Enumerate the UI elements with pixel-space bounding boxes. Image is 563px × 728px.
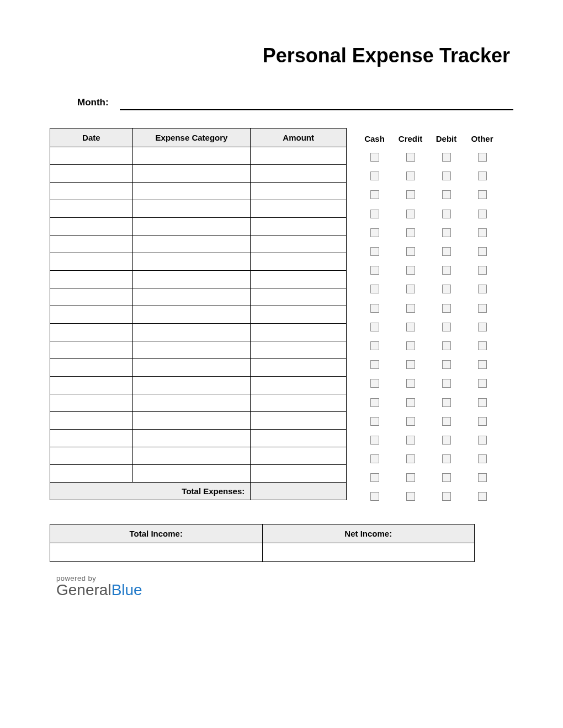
cell-category[interactable] bbox=[132, 306, 251, 324]
date-input[interactable] bbox=[54, 166, 129, 181]
checkbox-debit[interactable] bbox=[442, 360, 451, 369]
cell-amount[interactable] bbox=[251, 218, 347, 235]
cell-category[interactable] bbox=[132, 253, 251, 271]
checkbox-other[interactable] bbox=[478, 323, 487, 331]
checkbox-debit[interactable] bbox=[442, 285, 451, 293]
date-input[interactable] bbox=[54, 466, 129, 481]
amount-input[interactable] bbox=[254, 466, 343, 481]
date-input[interactable] bbox=[54, 184, 129, 199]
category-input[interactable] bbox=[136, 254, 247, 270]
category-input[interactable] bbox=[136, 237, 247, 252]
checkbox-cash[interactable] bbox=[370, 228, 379, 237]
amount-input[interactable] bbox=[254, 272, 343, 287]
category-input[interactable] bbox=[136, 360, 247, 376]
cell-date[interactable] bbox=[50, 147, 133, 165]
date-input[interactable] bbox=[54, 413, 129, 429]
cell-category[interactable] bbox=[132, 377, 251, 394]
category-input[interactable] bbox=[136, 342, 247, 358]
checkbox-other[interactable] bbox=[478, 228, 487, 237]
cell-category[interactable] bbox=[132, 183, 251, 200]
cell-date[interactable] bbox=[50, 324, 133, 341]
cell-category[interactable] bbox=[132, 412, 251, 430]
total-expenses-value[interactable] bbox=[251, 483, 347, 500]
cell-amount[interactable] bbox=[251, 377, 347, 394]
checkbox-other[interactable] bbox=[478, 492, 487, 501]
amount-input[interactable] bbox=[254, 148, 343, 164]
date-input[interactable] bbox=[54, 201, 129, 217]
checkbox-other[interactable] bbox=[478, 341, 487, 350]
category-input[interactable] bbox=[136, 325, 247, 340]
checkbox-credit[interactable] bbox=[406, 285, 415, 293]
cell-category[interactable] bbox=[132, 447, 251, 465]
net-income-cell[interactable] bbox=[262, 543, 475, 561]
cell-date[interactable] bbox=[50, 165, 133, 183]
checkbox-credit[interactable] bbox=[406, 323, 415, 331]
checkbox-credit[interactable] bbox=[406, 341, 415, 350]
date-input[interactable] bbox=[54, 325, 129, 340]
checkbox-debit[interactable] bbox=[442, 247, 451, 256]
net-income-input[interactable] bbox=[266, 544, 471, 560]
cell-amount[interactable] bbox=[251, 165, 347, 183]
checkbox-credit[interactable] bbox=[406, 379, 415, 388]
cell-category[interactable] bbox=[132, 394, 251, 412]
date-input[interactable] bbox=[54, 431, 129, 446]
checkbox-other[interactable] bbox=[478, 247, 487, 256]
date-input[interactable] bbox=[54, 148, 129, 164]
cell-date[interactable] bbox=[50, 359, 133, 377]
amount-input[interactable] bbox=[254, 237, 343, 252]
category-input[interactable] bbox=[136, 378, 247, 393]
total-income-cell[interactable] bbox=[50, 543, 263, 561]
cell-date[interactable] bbox=[50, 235, 133, 253]
date-input[interactable] bbox=[54, 219, 129, 234]
amount-input[interactable] bbox=[254, 413, 343, 429]
amount-input[interactable] bbox=[254, 219, 343, 234]
cell-category[interactable] bbox=[132, 465, 251, 483]
checkbox-debit[interactable] bbox=[442, 228, 451, 237]
date-input[interactable] bbox=[54, 360, 129, 376]
cell-date[interactable] bbox=[50, 200, 133, 218]
checkbox-cash[interactable] bbox=[370, 379, 379, 388]
checkbox-other[interactable] bbox=[478, 398, 487, 407]
cell-amount[interactable] bbox=[251, 394, 347, 412]
cell-amount[interactable] bbox=[251, 341, 347, 359]
checkbox-credit[interactable] bbox=[406, 398, 415, 407]
amount-input[interactable] bbox=[254, 290, 343, 305]
checkbox-credit[interactable] bbox=[406, 436, 415, 445]
cell-date[interactable] bbox=[50, 412, 133, 430]
checkbox-credit[interactable] bbox=[406, 228, 415, 237]
checkbox-other[interactable] bbox=[478, 417, 487, 426]
checkbox-cash[interactable] bbox=[370, 436, 379, 445]
amount-input[interactable] bbox=[254, 342, 343, 358]
checkbox-cash[interactable] bbox=[370, 454, 379, 463]
date-input[interactable] bbox=[54, 448, 129, 464]
date-input[interactable] bbox=[54, 272, 129, 287]
checkbox-debit[interactable] bbox=[442, 454, 451, 463]
checkbox-debit[interactable] bbox=[442, 473, 451, 482]
cell-date[interactable] bbox=[50, 218, 133, 235]
checkbox-other[interactable] bbox=[478, 360, 487, 369]
cell-date[interactable] bbox=[50, 430, 133, 447]
cell-amount[interactable] bbox=[251, 412, 347, 430]
checkbox-cash[interactable] bbox=[370, 492, 379, 501]
cell-category[interactable] bbox=[132, 341, 251, 359]
checkbox-cash[interactable] bbox=[370, 360, 379, 369]
checkbox-cash[interactable] bbox=[370, 417, 379, 426]
category-input[interactable] bbox=[136, 466, 247, 481]
checkbox-credit[interactable] bbox=[406, 247, 415, 256]
amount-input[interactable] bbox=[254, 395, 343, 411]
amount-input[interactable] bbox=[254, 166, 343, 181]
cell-amount[interactable] bbox=[251, 288, 347, 306]
checkbox-other[interactable] bbox=[478, 210, 487, 218]
checkbox-debit[interactable] bbox=[442, 379, 451, 388]
cell-category[interactable] bbox=[132, 218, 251, 235]
checkbox-cash[interactable] bbox=[370, 190, 379, 199]
cell-amount[interactable] bbox=[251, 271, 347, 288]
date-input[interactable] bbox=[54, 378, 129, 393]
checkbox-other[interactable] bbox=[478, 454, 487, 463]
cell-date[interactable] bbox=[50, 306, 133, 324]
category-input[interactable] bbox=[136, 431, 247, 446]
checkbox-cash[interactable] bbox=[370, 285, 379, 293]
category-input[interactable] bbox=[136, 413, 247, 429]
total-income-input[interactable] bbox=[54, 544, 259, 560]
amount-input[interactable] bbox=[254, 360, 343, 376]
